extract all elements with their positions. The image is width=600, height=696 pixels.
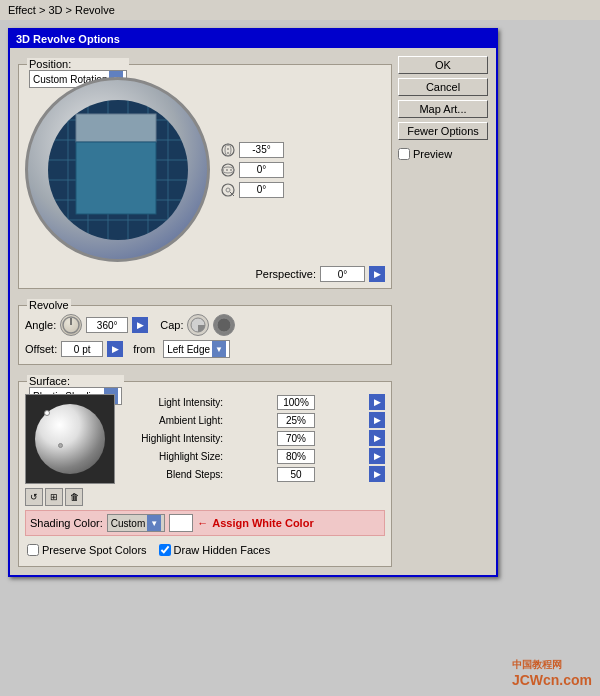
blend-steps-row: Blend Steps: 50 ▶ xyxy=(123,466,385,482)
left-panel: Position: Custom Rotation ▼ xyxy=(18,56,392,567)
light-dot-2[interactable] xyxy=(58,443,63,448)
blend-steps-label: Blend Steps: xyxy=(123,469,223,480)
highlight-intensity-btn[interactable]: ▶ xyxy=(369,430,385,446)
revolve-group: Revolve Angle: ▶ Cap: xyxy=(18,305,392,365)
angle-dial[interactable] xyxy=(60,314,82,336)
x-rotation-row xyxy=(220,142,284,158)
ambient-light-btn[interactable]: ▶ xyxy=(369,412,385,428)
watermark: 中国教程网 JCWcn.com xyxy=(512,658,592,688)
perspective-row: Perspective: ▶ xyxy=(25,266,385,282)
shading-color-label: Shading Color: xyxy=(30,517,103,529)
draw-hidden-row: Draw Hidden Faces xyxy=(159,544,271,556)
light-intensity-label: Light Intensity: xyxy=(123,397,223,408)
draw-hidden-checkbox[interactable] xyxy=(159,544,171,556)
ambient-light-value: 25% xyxy=(277,413,315,428)
ambient-light-row: Ambient Light: 25% ▶ xyxy=(123,412,385,428)
light-params: Light Intensity: 100% ▶ Ambient Light: 2… xyxy=(123,394,385,506)
shading-color-dropdown[interactable]: Custom ▼ xyxy=(107,514,165,532)
map-art-button[interactable]: Map Art... xyxy=(398,100,488,118)
sphere-container[interactable] xyxy=(25,77,210,262)
breadcrumb: Effect > 3D > Revolve xyxy=(0,0,600,20)
preserve-spots-checkbox[interactable] xyxy=(27,544,39,556)
x-rotation-input[interactable] xyxy=(239,142,284,158)
edge-dropdown[interactable]: Left Edge ▼ xyxy=(163,340,230,358)
shading-row: Shading Color: Custom ▼ ← Assign White C… xyxy=(25,510,385,536)
perspective-label: Perspective: xyxy=(255,268,316,280)
highlight-intensity-label: Highlight Intensity: xyxy=(123,433,223,444)
offset-input[interactable] xyxy=(61,341,103,357)
highlight-intensity-value: 70% xyxy=(277,431,315,446)
angle-row: Angle: ▶ Cap: xyxy=(25,314,385,336)
preserve-spots-label: Preserve Spot Colors xyxy=(42,544,147,556)
position-group: Position: Custom Rotation ▼ xyxy=(18,64,392,289)
x-rotation-icon xyxy=(220,142,236,158)
light-intensity-row: Light Intensity: 100% ▶ xyxy=(123,394,385,410)
preview-check-row: Preview xyxy=(398,148,488,160)
z-rotation-row xyxy=(220,182,284,198)
svg-rect-13 xyxy=(76,142,156,214)
sphere-grid xyxy=(48,100,188,240)
cap-btn-2[interactable] xyxy=(213,314,235,336)
light-dot-1[interactable] xyxy=(44,410,50,416)
revolve-group-label: Revolve xyxy=(27,299,71,311)
offset-label: Offset: xyxy=(25,343,57,355)
color-swatch[interactable] xyxy=(169,514,193,532)
ambient-light-label: Ambient Light: xyxy=(123,415,223,426)
preview-label: Preview xyxy=(413,148,452,160)
from-label: from xyxy=(133,343,155,355)
offset-arrow-btn[interactable]: ▶ xyxy=(107,341,123,357)
light-preview[interactable] xyxy=(25,394,115,484)
ok-button[interactable]: OK xyxy=(398,56,488,74)
z-rotation-input[interactable] xyxy=(239,182,284,198)
delete-light-btn[interactable]: 🗑 xyxy=(65,488,83,506)
draw-hidden-label: Draw Hidden Faces xyxy=(174,544,271,556)
shading-dropdown-arrow[interactable]: ▼ xyxy=(147,515,161,531)
perspective-input[interactable] xyxy=(320,266,365,282)
preserve-spots-row: Preserve Spot Colors xyxy=(27,544,147,556)
dialog-title: 3D Revolve Options xyxy=(10,30,496,48)
rotation-inputs xyxy=(220,142,284,198)
highlight-size-label: Highlight Size: xyxy=(123,451,223,462)
svg-point-21 xyxy=(226,188,230,192)
angle-input[interactable] xyxy=(86,317,128,333)
highlight-intensity-row: Highlight Intensity: 70% ▶ xyxy=(123,430,385,446)
y-rotation-input[interactable] xyxy=(239,162,284,178)
sphere-visualization[interactable] xyxy=(25,77,210,262)
z-rotation-icon xyxy=(220,182,236,198)
highlight-size-value: 80% xyxy=(277,449,315,464)
add-light-btn[interactable]: ⊞ xyxy=(45,488,63,506)
y-rotation-icon xyxy=(220,162,236,178)
angle-arrow-btn[interactable]: ▶ xyxy=(132,317,148,333)
assign-color-annotation: ← Assign White Color xyxy=(197,517,313,529)
light-intensity-btn[interactable]: ▶ xyxy=(369,394,385,410)
surface-group: Surface: Plastic Shading ▼ xyxy=(18,381,392,567)
cap-label: Cap: xyxy=(160,319,183,331)
edge-dropdown-arrow[interactable]: ▼ xyxy=(212,341,226,357)
right-panel: OK Cancel Map Art... Fewer Options Previ… xyxy=(398,56,488,567)
perspective-arrow-btn[interactable]: ▶ xyxy=(369,266,385,282)
highlight-size-row: Highlight Size: 80% ▶ xyxy=(123,448,385,464)
cap-btn-1[interactable] xyxy=(187,314,209,336)
dialog-window: 3D Revolve Options Position: Custom Rota… xyxy=(8,28,498,577)
svg-point-26 xyxy=(217,318,231,332)
bottom-checkboxes: Preserve Spot Colors Draw Hidden Faces xyxy=(25,540,385,560)
preview-checkbox[interactable] xyxy=(398,148,410,160)
preview-controls: ↺ ⊞ 🗑 xyxy=(25,488,115,506)
surface-content: ↺ ⊞ 🗑 Light Intensity: 100% ▶ Ambient Li xyxy=(25,394,385,506)
light-intensity-value: 100% xyxy=(277,395,315,410)
offset-row: Offset: ▶ from Left Edge ▼ xyxy=(25,340,385,358)
svg-rect-12 xyxy=(76,114,156,142)
fewer-options-button[interactable]: Fewer Options xyxy=(398,122,488,140)
blend-steps-btn[interactable]: ▶ xyxy=(369,466,385,482)
highlight-size-btn[interactable]: ▶ xyxy=(369,448,385,464)
y-rotation-row xyxy=(220,162,284,178)
rotate-light-btn[interactable]: ↺ xyxy=(25,488,43,506)
blend-steps-value: 50 xyxy=(277,467,315,482)
position-content xyxy=(25,77,385,262)
cancel-button[interactable]: Cancel xyxy=(398,78,488,96)
angle-label: Angle: xyxy=(25,319,56,331)
